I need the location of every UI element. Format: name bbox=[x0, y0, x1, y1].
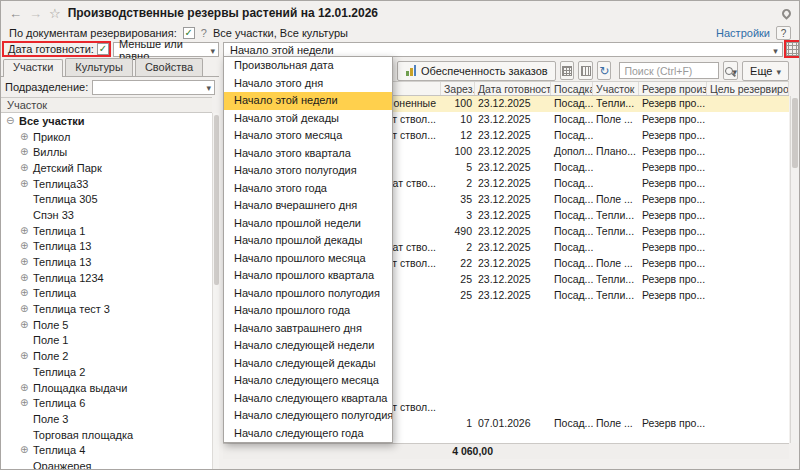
tree-expander-icon[interactable] bbox=[20, 179, 33, 189]
tree-item[interactable]: Оранжерея bbox=[1, 458, 212, 469]
columns-button[interactable] bbox=[578, 61, 593, 80]
tree-expander-icon[interactable] bbox=[20, 398, 33, 408]
left-panel-scrollbar[interactable] bbox=[212, 113, 219, 469]
tree-expander-icon[interactable] bbox=[20, 273, 33, 283]
chevron-down-icon[interactable] bbox=[210, 44, 215, 56]
tree-column-header[interactable]: Участок bbox=[1, 97, 212, 113]
tree-item[interactable]: Торговая площадка bbox=[1, 427, 212, 443]
more-button[interactable]: Еще bbox=[742, 61, 789, 81]
tab[interactable]: Культуры bbox=[65, 58, 133, 76]
tree-expander-icon[interactable] bbox=[20, 257, 33, 267]
date-filter-checkbox[interactable] bbox=[97, 43, 109, 55]
tree-item[interactable]: Теплица 6 bbox=[1, 395, 212, 411]
dropdown-item[interactable]: Начало этой декады bbox=[224, 110, 392, 128]
tree-expander-icon[interactable] bbox=[20, 383, 33, 393]
dropdown-item[interactable]: Начало следующего квартала bbox=[224, 390, 392, 408]
favorites-star-icon[interactable] bbox=[49, 7, 61, 20]
cell-ready-date bbox=[475, 400, 551, 416]
tree-expander-icon[interactable] bbox=[20, 351, 33, 361]
dropdown-item[interactable]: Начало этого квартала bbox=[224, 145, 392, 163]
chevron-down-icon[interactable] bbox=[206, 81, 211, 93]
tree-item[interactable]: Поле 1 bbox=[1, 333, 212, 349]
dropdown-item[interactable]: Начало этого полугодия bbox=[224, 162, 392, 180]
tree-expander-icon[interactable] bbox=[20, 445, 33, 455]
scrollbar-thumb[interactable] bbox=[214, 115, 219, 285]
column-header-planting[interactable]: Посадка bbox=[551, 82, 593, 95]
tab[interactable]: Свойства bbox=[135, 58, 203, 76]
dropdown-item[interactable]: Начало этого дня bbox=[224, 75, 392, 93]
dropdown-item[interactable]: Начало следующего месяца bbox=[224, 372, 392, 390]
tree-item[interactable]: Теплица 2 bbox=[1, 364, 212, 380]
tree-item[interactable]: Теплица 305 bbox=[1, 191, 212, 207]
column-header-reserve-doc[interactable]: Резерв произво... bbox=[639, 82, 707, 95]
tree-item[interactable]: Теплица тест 3 bbox=[1, 301, 212, 317]
tree-item[interactable]: Площадка выдачи bbox=[1, 380, 212, 396]
tree-item[interactable]: Теплица 13 bbox=[1, 254, 212, 270]
column-header-reserved[interactable]: Зарез... bbox=[441, 82, 475, 95]
app-window: Производственные резервы растений на 12.… bbox=[0, 0, 800, 470]
dropdown-item[interactable]: Начало этого года bbox=[224, 180, 392, 198]
tree-expander-icon[interactable] bbox=[20, 147, 33, 157]
calendar-button[interactable] bbox=[786, 42, 799, 56]
search-options-button[interactable] bbox=[723, 61, 738, 80]
scrollbar-thumb[interactable] bbox=[792, 98, 798, 168]
tree-item[interactable]: Теплица 1 bbox=[1, 223, 212, 239]
period-input[interactable]: Начало этой недели bbox=[223, 42, 783, 57]
tree-item-label: Теплица 2 bbox=[33, 366, 85, 378]
dropdown-item[interactable]: Начало прошлого года bbox=[224, 302, 392, 320]
tree-item[interactable]: Виллы bbox=[1, 144, 212, 160]
tree-item[interactable]: Поле 5 bbox=[1, 317, 212, 333]
period-dropdown-button[interactable] bbox=[769, 43, 782, 56]
tree-item[interactable]: Все участки bbox=[1, 113, 212, 129]
dropdown-item[interactable]: Произвольная дата bbox=[224, 57, 392, 75]
refresh-button[interactable] bbox=[597, 61, 612, 80]
dropdown-item[interactable]: Начало следующей декады bbox=[224, 355, 392, 373]
tree-expander-icon[interactable] bbox=[20, 132, 33, 142]
comparison-select[interactable]: Меньше или равно bbox=[113, 42, 219, 57]
tree-expander-icon[interactable] bbox=[20, 241, 33, 251]
dropdown-item[interactable]: Начало этой недели bbox=[224, 92, 392, 110]
tree-item[interactable]: Поле 2 bbox=[1, 348, 212, 364]
tree-item[interactable]: Поле 3 bbox=[1, 411, 212, 427]
tree-expander-icon[interactable] bbox=[20, 304, 33, 314]
tree-item[interactable]: Теплица bbox=[1, 286, 212, 302]
tree-item[interactable]: Теплица 4 bbox=[1, 442, 212, 458]
forward-icon[interactable] bbox=[29, 7, 42, 20]
column-header-purpose[interactable]: Цель резервирования bbox=[707, 82, 789, 95]
pin-icon[interactable] bbox=[780, 7, 793, 20]
list-view-button[interactable] bbox=[560, 61, 575, 80]
table-scrollbar[interactable] bbox=[790, 96, 799, 443]
tree-expander-icon[interactable] bbox=[6, 116, 19, 126]
back-icon[interactable] bbox=[9, 7, 22, 20]
dropdown-item[interactable]: Начало завтрашнего дня bbox=[224, 320, 392, 338]
tree-item[interactable]: Прикол bbox=[1, 129, 212, 145]
dropdown-item[interactable]: Начало следующего года bbox=[224, 425, 392, 443]
column-header-ready-date[interactable]: Дата готовности bbox=[475, 82, 551, 95]
dropdown-item[interactable]: Начало прошлой декады bbox=[224, 232, 392, 250]
column-header-site[interactable]: Участок bbox=[593, 82, 639, 95]
tree-item[interactable]: Теплица33 bbox=[1, 176, 212, 192]
dropdown-item[interactable]: Начало прошлой недели bbox=[224, 215, 392, 233]
dropdown-item[interactable]: Начало следующего полугодия bbox=[224, 407, 392, 425]
dropdown-item[interactable]: Начало этого месяца bbox=[224, 127, 392, 145]
tree-item[interactable]: Теплица 1234 bbox=[1, 270, 212, 286]
tree-expander-icon[interactable] bbox=[20, 163, 33, 173]
tree-item[interactable]: Спэн 33 bbox=[1, 207, 212, 223]
dropdown-item[interactable]: Начало прошлого месяца bbox=[224, 250, 392, 268]
search-input[interactable] bbox=[619, 62, 719, 79]
tree-item[interactable]: Детский Парк bbox=[1, 160, 212, 176]
subdivision-combo[interactable] bbox=[92, 80, 215, 95]
settings-link[interactable]: Настройки bbox=[716, 27, 770, 39]
cell-planting: Допол... bbox=[551, 144, 593, 160]
tab[interactable]: Участки bbox=[3, 59, 63, 77]
tree-expander-icon[interactable] bbox=[20, 320, 33, 330]
tree-expander-icon[interactable] bbox=[20, 226, 33, 236]
dropdown-item[interactable]: Начало следующей недели bbox=[224, 337, 392, 355]
dropdown-item[interactable]: Начало прошлого квартала bbox=[224, 267, 392, 285]
tree-expander-icon[interactable] bbox=[20, 288, 33, 298]
dropdown-item[interactable]: Начало прошлого полугодия bbox=[224, 285, 392, 303]
dropdown-item[interactable]: Начало вчерашнего дня bbox=[224, 197, 392, 215]
tree-item[interactable]: Теплица 13 bbox=[1, 239, 212, 255]
orders-coverage-button[interactable]: Обеспеченность заказов bbox=[397, 61, 556, 81]
help-button[interactable]: ? bbox=[776, 26, 791, 40]
